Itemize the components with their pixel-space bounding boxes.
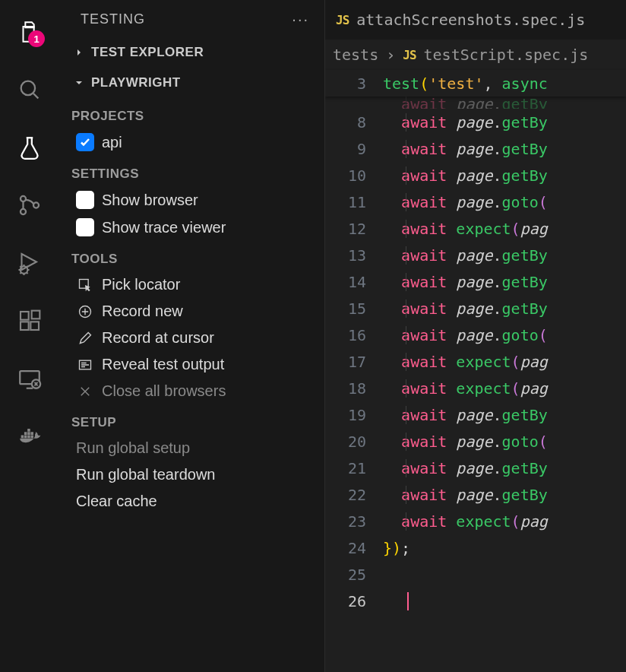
- code-line[interactable]: 22 await page.getBy: [325, 481, 626, 508]
- code-line[interactable]: 15 await page.getBy: [325, 295, 626, 322]
- code-text: await expect(pag: [380, 220, 548, 238]
- code-line[interactable]: 25: [325, 561, 626, 588]
- code-text: await page.getBy: [380, 406, 548, 424]
- svg-rect-8: [32, 311, 40, 319]
- code-line[interactable]: 20 await page.goto(: [325, 428, 626, 455]
- svg-point-0: [21, 81, 35, 95]
- code-line[interactable]: 17 await expect(pag: [325, 348, 626, 375]
- breadcrumb-folder[interactable]: tests: [333, 46, 378, 64]
- breadcrumb[interactable]: tests › JS testScript.spec.js: [325, 40, 626, 70]
- group-settings: SETTINGS: [67, 156, 317, 186]
- code-line[interactable]: 8 await page.getBy: [325, 109, 626, 135]
- line-number: 19: [325, 406, 380, 424]
- partially-visible-line: await page.getBy: [325, 97, 626, 109]
- setup-label: Clear cache: [76, 493, 157, 510]
- remote-icon[interactable]: [11, 360, 48, 397]
- docker-icon[interactable]: [11, 418, 48, 455]
- source-control-icon[interactable]: [11, 187, 48, 223]
- svg-point-2: [21, 209, 26, 214]
- svg-rect-5: [21, 312, 29, 320]
- line-number: 16: [325, 326, 380, 344]
- group-projects: PROJECTS: [67, 98, 317, 128]
- code-line[interactable]: 9 await page.getBy: [325, 135, 626, 162]
- code-body[interactable]: 8 await page.getBy9 await page.getBy10 a…: [325, 109, 626, 672]
- code-line[interactable]: 13 await page.getBy: [325, 242, 626, 268]
- line-number: 11: [325, 193, 380, 211]
- explorer-icon[interactable]: 1: [11, 14, 48, 50]
- code-text: await page.goto(: [380, 326, 548, 344]
- code-line[interactable]: 19 await page.getBy: [325, 401, 626, 428]
- search-icon[interactable]: [11, 71, 48, 108]
- project-label: api: [102, 134, 122, 151]
- sidebar-title: TESTING: [81, 11, 145, 27]
- js-icon: JS: [336, 13, 349, 27]
- line-number: 3: [325, 74, 380, 93]
- code-text: await expect(pag: [380, 512, 548, 531]
- code-text: await expect(pag: [380, 379, 548, 398]
- setup-clear-cache[interactable]: Clear cache: [67, 488, 317, 515]
- line-number: 21: [325, 459, 380, 477]
- code-line[interactable]: 26: [325, 588, 626, 614]
- tool-label: Record at cursor: [102, 329, 214, 347]
- setting-show-trace[interactable]: Show trace viewer: [67, 214, 317, 241]
- code-line[interactable]: 12 await expect(pag: [325, 215, 626, 242]
- tool-reveal-output[interactable]: Reveal test output: [67, 351, 317, 378]
- code-text: await page.getBy: [380, 166, 548, 185]
- code-text: await page.getBy: [380, 113, 548, 132]
- close-icon: [76, 385, 94, 398]
- tool-record-new[interactable]: Record new: [67, 298, 317, 325]
- svg-point-1: [21, 196, 26, 201]
- code-text: await page.getBy: [380, 246, 548, 265]
- project-api[interactable]: api: [67, 128, 317, 156]
- chevron-down-icon: [71, 77, 87, 89]
- checkbox-icon[interactable]: [76, 191, 94, 209]
- code-text: await page.getBy: [380, 300, 548, 318]
- testing-icon[interactable]: [11, 129, 48, 166]
- setting-label: Show trace viewer: [102, 219, 226, 236]
- setup-label: Run global teardown: [76, 466, 215, 483]
- checkbox-icon[interactable]: [76, 218, 94, 236]
- line-number: 17: [325, 353, 380, 371]
- tool-pick-locator[interactable]: Pick locator: [67, 271, 317, 298]
- code-text: });: [380, 539, 410, 557]
- code-text: await page.getBy: [380, 273, 548, 291]
- tool-record-cursor[interactable]: Record at cursor: [67, 325, 317, 351]
- tab-filename[interactable]: attachScreenshots.spec.js: [356, 11, 585, 29]
- svg-rect-6: [21, 322, 29, 330]
- line-number: 26: [325, 592, 380, 610]
- code-line[interactable]: 10 await page.getBy: [325, 162, 626, 189]
- section-playwright[interactable]: PLAYWRIGHT: [67, 68, 317, 98]
- code-line[interactable]: 18 await expect(pag: [325, 375, 626, 401]
- line-number: 15: [325, 300, 380, 318]
- code-line[interactable]: 23 await expect(pag: [325, 508, 626, 534]
- code-line[interactable]: 16 await page.goto(: [325, 322, 626, 348]
- breadcrumb-file[interactable]: testScript.spec.js: [424, 46, 589, 64]
- sticky-scroll-line[interactable]: 3 test('test', async: [325, 70, 626, 97]
- section-test-explorer[interactable]: TEST EXPLORER: [67, 37, 317, 68]
- run-debug-icon[interactable]: [11, 245, 48, 281]
- tool-close-browsers: Close all browsers: [67, 378, 317, 404]
- group-tools: TOOLS: [67, 241, 317, 271]
- line-number: 20: [325, 433, 380, 451]
- editor-tabbar: JS attachScreenshots.spec.js: [325, 0, 626, 40]
- code-line[interactable]: 11 await page.goto(: [325, 189, 626, 215]
- setting-show-browser[interactable]: Show browser: [67, 186, 317, 214]
- extensions-icon[interactable]: [11, 303, 48, 339]
- setup-run-global: Run global setup: [67, 435, 317, 461]
- code-text: await expect(pag: [380, 353, 548, 371]
- more-icon[interactable]: ···: [292, 11, 309, 28]
- tool-label: Close all browsers: [102, 382, 226, 400]
- section-label: PLAYWRIGHT: [91, 75, 181, 90]
- code-line[interactable]: 14 await page.getBy: [325, 268, 626, 295]
- line-number: 25: [325, 566, 380, 584]
- code-line[interactable]: 21 await page.getBy: [325, 455, 626, 481]
- line-number: 23: [325, 512, 380, 531]
- code-line[interactable]: 24});: [325, 534, 626, 561]
- line-number: 8: [325, 113, 380, 132]
- line-number: 14: [325, 273, 380, 291]
- checkbox-checked-icon[interactable]: [76, 133, 94, 151]
- code-text: await page.getBy: [380, 459, 548, 477]
- code-text: await page.goto(: [380, 433, 548, 451]
- setup-run-teardown[interactable]: Run global teardown: [67, 461, 317, 488]
- code-text: await page.getBy: [380, 486, 548, 504]
